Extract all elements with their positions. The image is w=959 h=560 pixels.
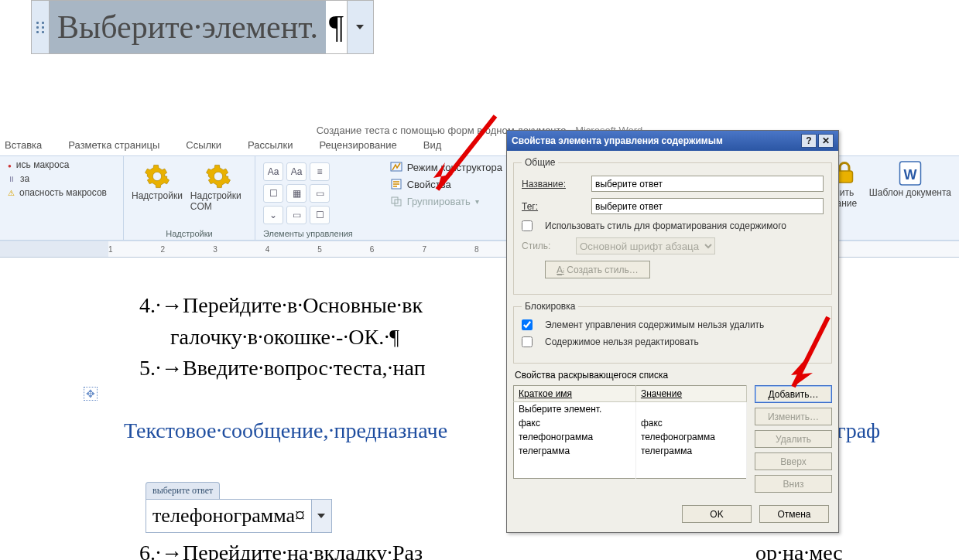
help-button[interactable]: ? bbox=[801, 134, 817, 148]
no-edit-checkbox[interactable] bbox=[522, 336, 533, 347]
dropdown-list-properties: Свойства раскрывающегося списка Краткое … bbox=[513, 370, 832, 493]
legacy-tools-icon[interactable]: ☐ bbox=[310, 206, 330, 224]
date-picker-icon[interactable]: ⌄ bbox=[263, 206, 283, 224]
inline-content-control[interactable]: выберите ответ телефонограмма¤ bbox=[146, 482, 362, 533]
controls-gallery[interactable]: Aa Aa ≡ ☐ ▦ ▭ ⌄ ▭ ☐ bbox=[263, 159, 353, 224]
pause-item[interactable]: за bbox=[8, 173, 115, 184]
checkbox-control-icon[interactable]: ▭ bbox=[286, 206, 307, 224]
plain-text-icon[interactable]: Aa bbox=[286, 162, 307, 181]
properties-button[interactable]: Свойства bbox=[390, 178, 502, 190]
move-up-button: Вверх bbox=[755, 452, 832, 470]
edit-button: Изменить… bbox=[755, 408, 832, 425]
macro-security-item[interactable]: опасность макросов bbox=[8, 187, 115, 198]
col-display-name[interactable]: Краткое имя bbox=[514, 386, 636, 402]
gear-icon bbox=[204, 162, 232, 190]
rich-text-icon[interactable]: Aa bbox=[263, 162, 283, 181]
doc-line: 4.·→Перейдите·в·Основные·вк bbox=[139, 293, 423, 317]
legend-locking: Блокировка bbox=[522, 301, 578, 312]
delete-button: Удалить bbox=[755, 430, 832, 448]
dropdown-button[interactable] bbox=[312, 499, 332, 533]
properties-icon bbox=[390, 178, 402, 190]
label-style: Стиль: bbox=[522, 241, 568, 251]
combo-box-icon[interactable]: ▦ bbox=[286, 184, 307, 203]
ribbon-group-macros-partial: ись макроса за опасность макросов bbox=[0, 156, 124, 240]
svg-text:W: W bbox=[903, 167, 916, 183]
content-control-title-tab: выберите ответ bbox=[146, 482, 220, 499]
word-doc-icon: W bbox=[896, 159, 924, 187]
design-mode-icon bbox=[390, 161, 402, 173]
pilcrow-icon: ¶ bbox=[326, 1, 347, 53]
label-no-edit: Содержимое нельзя редактировать bbox=[545, 336, 699, 347]
placeholder-text: Выберите·элемент. bbox=[50, 1, 326, 53]
building-block-icon[interactable]: ☐ bbox=[263, 184, 283, 203]
anchor-icon: ✥ bbox=[84, 387, 98, 401]
dropdown-button[interactable] bbox=[347, 1, 373, 53]
new-style-button: A̲ᵢ Создать стиль… bbox=[545, 261, 650, 278]
dropdown-list-icon[interactable]: ▭ bbox=[310, 184, 330, 203]
record-macro-item[interactable]: ись макроса bbox=[8, 159, 115, 170]
add-button[interactable]: Добавить… bbox=[755, 385, 832, 403]
cancel-button[interactable]: Отмена bbox=[759, 505, 829, 523]
group-icon bbox=[390, 195, 402, 207]
fieldset-locking: Блокировка Элемент управления содержимым… bbox=[513, 301, 832, 364]
use-style-checkbox[interactable] bbox=[522, 220, 533, 231]
fieldset-common: Общие Название: Тег: Использовать стиль … bbox=[513, 157, 832, 295]
picture-control-icon[interactable]: ≡ bbox=[310, 162, 330, 181]
design-mode-button[interactable]: Режим конструктора bbox=[390, 161, 502, 173]
name-field[interactable] bbox=[591, 176, 824, 192]
ribbon-group-controls: Aa Aa ≡ ☐ ▦ ▭ ⌄ ▭ ☐ Элементы управления … bbox=[255, 156, 511, 240]
dropdown-entries-table[interactable]: Краткое имя Значение Выберите элемент. ф… bbox=[513, 385, 747, 479]
tab-page-layout[interactable]: Разметка страницы bbox=[68, 139, 159, 151]
legend-common: Общие bbox=[522, 157, 558, 168]
tab-mailings[interactable]: Рассылки bbox=[248, 139, 293, 151]
dialog-title: Свойства элемента управления содержимым bbox=[512, 135, 723, 146]
doc-line: галочку·в·окошке·-·ОК.·¶ bbox=[170, 325, 399, 349]
table-row[interactable]: телеграммателеграмма bbox=[514, 444, 747, 458]
table-row[interactable]: телефонограммателефонограмма bbox=[514, 430, 747, 444]
dialog-titlebar[interactable]: Свойства элемента управления содержимым … bbox=[507, 131, 838, 151]
label-use-style: Использовать стиль для форматирования со… bbox=[545, 220, 786, 231]
group-title-addins: Надстройки bbox=[132, 227, 247, 238]
ribbon-group-addins: Надстройки Надстройки COM Надстройки bbox=[124, 156, 255, 240]
list-heading: Свойства раскрывающегося списка bbox=[515, 370, 832, 381]
close-button[interactable]: ✕ bbox=[818, 134, 834, 148]
no-delete-checkbox[interactable] bbox=[522, 319, 533, 330]
group-button[interactable]: Группировать ▾ bbox=[390, 195, 502, 207]
doc-line: ор·на·мес bbox=[755, 541, 843, 560]
label-tag: Тег: bbox=[522, 201, 584, 212]
style-select: Основной шрифт абзаца bbox=[576, 237, 715, 254]
tab-references[interactable]: Ссылки bbox=[186, 139, 221, 151]
content-control-placeholder[interactable]: Выберите·элемент. ¶ bbox=[31, 0, 374, 54]
content-control-value[interactable]: телефонограмма¤ bbox=[146, 499, 312, 533]
gear-icon bbox=[143, 162, 171, 190]
doc-line: 6.·→Перейдите·на·вкладку·Раз bbox=[139, 541, 423, 560]
tab-insert[interactable]: Вставка bbox=[5, 139, 42, 151]
chevron-down-icon: ▾ bbox=[475, 197, 479, 206]
col-value[interactable]: Значение bbox=[635, 386, 746, 402]
addins-button[interactable]: Надстройки bbox=[132, 162, 183, 212]
tag-field[interactable] bbox=[591, 198, 824, 214]
ok-button[interactable]: OK bbox=[682, 505, 752, 523]
table-row[interactable]: Выберите элемент. bbox=[514, 402, 747, 417]
com-addins-button[interactable]: Надстройки COM bbox=[190, 162, 247, 212]
document-template-button[interactable]: W Шаблон документа bbox=[869, 159, 951, 237]
table-row[interactable]: факсфакс bbox=[514, 416, 747, 430]
move-down-button: Вниз bbox=[755, 475, 832, 493]
drag-handle[interactable] bbox=[32, 1, 50, 53]
label-name: Название: bbox=[522, 179, 584, 190]
ribbon-right-stub: нить вание W Шаблон документа bbox=[823, 156, 959, 240]
tab-view[interactable]: Вид bbox=[423, 139, 442, 151]
content-control-properties-dialog: Свойства элемента управления содержимым … bbox=[506, 130, 839, 533]
group-title-controls: Элементы управления bbox=[263, 227, 353, 238]
label-no-delete: Элемент управления содержимым нельзя уда… bbox=[545, 319, 764, 330]
doc-line: Текстовое·сообщение,·предназначе bbox=[124, 418, 447, 442]
doc-line: 5.·→Введите·вопрос·теста,·нап bbox=[139, 356, 426, 380]
tab-review[interactable]: Рецензирование bbox=[319, 139, 396, 151]
